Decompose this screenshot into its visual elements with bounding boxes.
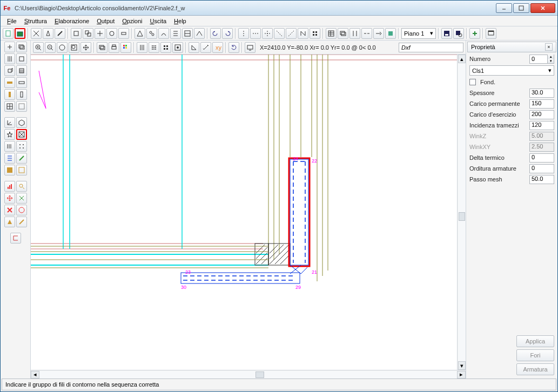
scroll-right-icon[interactable]: ▸	[457, 371, 466, 379]
lt-axes[interactable]	[4, 117, 15, 128]
extend-icon[interactable]	[373, 28, 384, 39]
spin-down-icon[interactable]: ▾	[547, 59, 554, 63]
save-settings-icon[interactable]	[453, 28, 464, 39]
lt-tri[interactable]	[4, 217, 15, 227]
hscroll-thumb[interactable]	[256, 371, 264, 378]
minimize-button[interactable]	[496, 3, 512, 13]
lt-pencil[interactable]	[16, 153, 27, 164]
prop-value[interactable]: 150	[529, 99, 554, 109]
grid-a-icon[interactable]	[137, 42, 147, 53]
scroll-left-icon[interactable]: ◂	[31, 371, 39, 379]
fond-checkbox[interactable]	[469, 79, 476, 85]
zoom-in-icon[interactable]	[33, 42, 44, 53]
lt-grid2[interactable]	[16, 101, 27, 112]
floor-dropdown[interactable]: Piano 1 ▾	[401, 28, 436, 39]
lt-wall2[interactable]	[16, 89, 27, 100]
drawing-canvas[interactable]: 22 24 21 29 30 23	[31, 55, 457, 370]
lt-panel2[interactable]	[16, 165, 27, 175]
snap-d1-icon[interactable]	[274, 28, 285, 39]
monitor-icon[interactable]	[245, 42, 256, 53]
save-button[interactable]	[441, 28, 452, 39]
tool-i[interactable]	[170, 28, 181, 39]
prop-value[interactable]: 120	[529, 121, 554, 130]
lt-rect[interactable]	[16, 53, 27, 64]
redo-button[interactable]	[222, 28, 233, 39]
lt-arrows2[interactable]	[16, 193, 27, 204]
lt-grid1[interactable]	[4, 101, 15, 112]
lt-dots[interactable]	[16, 141, 27, 152]
tool-f[interactable]	[135, 28, 145, 39]
menu-opzioni[interactable]: Opzioni	[119, 17, 145, 25]
snap-cross-icon[interactable]	[262, 28, 273, 39]
lt-pencil2[interactable]	[16, 217, 27, 227]
refresh-icon[interactable]	[228, 42, 239, 53]
tool-e[interactable]	[118, 28, 129, 39]
lt-bracket[interactable]	[10, 233, 21, 244]
palette-icon[interactable]	[120, 42, 131, 53]
spin-up-icon[interactable]: ▴	[547, 55, 554, 59]
prop-value[interactable]: 0	[529, 153, 554, 163]
menu-struttura[interactable]: Struttura	[21, 17, 50, 25]
tool-j[interactable]	[182, 28, 193, 39]
snap-d2-icon[interactable]	[286, 28, 297, 39]
lt-chart[interactable]	[4, 181, 15, 192]
add-green-icon[interactable]	[469, 28, 480, 39]
prop-value[interactable]: 200	[529, 110, 554, 119]
lt-beam2[interactable]	[16, 77, 27, 88]
snap-point-icon[interactable]	[172, 42, 183, 53]
view-layers-icon[interactable]	[97, 42, 107, 53]
snap-n-icon[interactable]	[298, 28, 308, 39]
lt-lines[interactable]	[4, 53, 15, 64]
pan-icon[interactable]	[80, 42, 91, 53]
lt-panel1[interactable]	[4, 165, 15, 175]
grid-c-icon[interactable]	[160, 42, 171, 53]
lt-layers[interactable]	[16, 42, 27, 52]
close-button[interactable]	[530, 3, 555, 13]
panel-close-icon[interactable]: ×	[545, 43, 553, 51]
menu-help[interactable]: Help	[171, 17, 190, 25]
lt-iso[interactable]	[16, 117, 27, 128]
maximize-button[interactable]	[513, 3, 529, 13]
menu-file[interactable]: File	[4, 17, 20, 25]
brush-icon[interactable]	[55, 28, 65, 39]
menu-uscita[interactable]: Uscita	[147, 17, 170, 25]
color-icon[interactable]	[385, 28, 396, 39]
compass-icon[interactable]	[43, 28, 53, 39]
lt-hatch[interactable]	[16, 65, 27, 76]
lt-3d[interactable]	[4, 65, 15, 76]
tool-b[interactable]	[83, 28, 93, 39]
lt-ruler[interactable]	[4, 141, 15, 152]
zoom-window-icon[interactable]	[69, 42, 79, 53]
lt-plus[interactable]	[4, 42, 15, 52]
tool-g[interactable]	[146, 28, 157, 39]
snap-h-icon[interactable]	[250, 28, 261, 39]
trim-icon[interactable]	[361, 28, 372, 39]
tool-d[interactable]	[106, 28, 117, 39]
cut-icon[interactable]	[31, 28, 42, 39]
horizontal-scrollbar[interactable]: ◂ ▸	[31, 370, 466, 379]
zoom-out-icon[interactable]	[45, 42, 56, 53]
material-dropdown[interactable]: Cls1 ▾	[469, 65, 554, 76]
grid-b-icon[interactable]	[149, 42, 159, 53]
text-icon[interactable]: xy	[212, 42, 223, 53]
measure-icon[interactable]	[200, 42, 211, 53]
prop-value[interactable]: 50.0	[529, 175, 554, 184]
armatura-button[interactable]: Armatura	[516, 363, 554, 375]
lt-star[interactable]	[4, 129, 15, 140]
tool-c[interactable]	[95, 28, 105, 39]
split-icon[interactable]	[349, 28, 360, 39]
tool-h[interactable]	[158, 28, 169, 39]
lt-arrows[interactable]	[4, 193, 15, 204]
lt-wires[interactable]	[4, 153, 15, 164]
menu-elaborazione[interactable]: Elaborazione	[51, 17, 92, 25]
numero-spinner[interactable]: 0 ▴▾	[529, 55, 554, 64]
prop-value[interactable]: 30.0	[529, 89, 554, 98]
applica-button[interactable]: Applica	[516, 335, 554, 347]
menu-output[interactable]: Output	[93, 17, 118, 25]
lt-wall1[interactable]	[4, 89, 15, 100]
scroll-up-icon[interactable]: ▴	[458, 55, 466, 63]
lt-slab-highlighted[interactable]	[16, 129, 27, 140]
snap-grid-icon[interactable]	[310, 28, 320, 39]
vscroll-thumb[interactable]	[459, 212, 465, 221]
undo-button[interactable]	[210, 28, 221, 39]
